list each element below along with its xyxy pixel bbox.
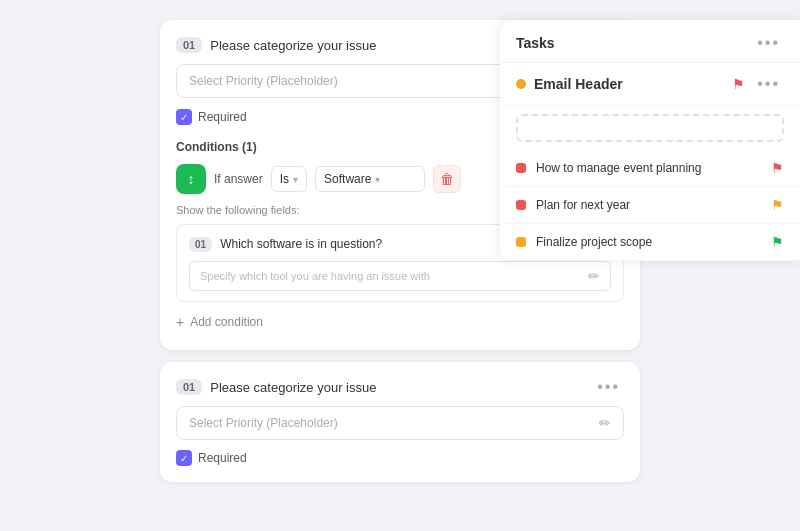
- tasks-header: Tasks •••: [500, 20, 800, 63]
- email-header-title: Email Header: [534, 76, 724, 92]
- required-checkbox[interactable]: [176, 109, 192, 125]
- sub-card-title: Which software is in question?: [220, 237, 382, 251]
- step-badge-1: 01: [176, 37, 202, 53]
- card-2: 01 Please categorize your issue ••• Sele…: [160, 362, 640, 482]
- sub-card-left: 01 Which software is in question?: [189, 237, 382, 252]
- task-dot-3: [516, 237, 526, 247]
- is-select-value: Is: [280, 172, 289, 186]
- sub-edit-icon: ✏: [588, 268, 600, 284]
- task-text-3: Finalize project scope: [536, 235, 761, 249]
- software-value: Software: [324, 172, 371, 186]
- card-2-header: 01 Please categorize your issue •••: [176, 378, 624, 396]
- task-dot-1: [516, 163, 526, 173]
- step-badge-2: 01: [176, 379, 202, 395]
- edit-icon-2: ✏: [599, 415, 611, 431]
- card-2-menu-button[interactable]: •••: [593, 378, 624, 396]
- task-flag-3: ⚑: [771, 234, 784, 250]
- task-flag-1: ⚑: [771, 160, 784, 176]
- delete-condition-button[interactable]: 🗑: [433, 165, 461, 193]
- email-menu-button[interactable]: •••: [753, 75, 784, 93]
- dashed-drop-area: [516, 114, 784, 142]
- if-answer-label: If answer: [214, 172, 263, 186]
- required-checkbox-2[interactable]: [176, 450, 192, 466]
- card-1-header-left: 01 Please categorize your issue: [176, 37, 376, 53]
- required-label: Required: [198, 110, 247, 124]
- add-condition-button[interactable]: + Add condition: [176, 310, 624, 334]
- tasks-menu-button[interactable]: •••: [753, 34, 784, 52]
- condition-icon: ↕: [176, 164, 206, 194]
- task-text-2: Plan for next year: [536, 198, 761, 212]
- card-2-header-left: 01 Please categorize your issue: [176, 379, 376, 395]
- task-dot-2: [516, 200, 526, 210]
- plus-icon: +: [176, 314, 184, 330]
- required-left: Required: [176, 109, 247, 125]
- add-condition-label: Add condition: [190, 315, 263, 329]
- delete-icon: 🗑: [440, 171, 454, 187]
- is-chevron-icon: ▾: [293, 174, 298, 185]
- task-text-1: How to manage event planning: [536, 161, 761, 175]
- card-1-title: Please categorize your issue: [210, 38, 376, 53]
- email-flag-icon: ⚑: [732, 76, 745, 92]
- task-item-3[interactable]: Finalize project scope ⚑: [500, 224, 800, 261]
- task-item-1[interactable]: How to manage event planning ⚑: [500, 150, 800, 187]
- sub-input-field[interactable]: Specify which tool you are having an iss…: [189, 261, 611, 291]
- tasks-title: Tasks: [516, 35, 555, 51]
- task-flag-2: ⚑: [771, 197, 784, 213]
- software-select[interactable]: Software ▾: [315, 166, 425, 192]
- task-item-2[interactable]: Plan for next year ⚑: [500, 187, 800, 224]
- email-header-row: Email Header ⚑ •••: [500, 63, 800, 106]
- priority-placeholder: Select Priority (Placeholder): [189, 74, 338, 88]
- priority-placeholder-2: Select Priority (Placeholder): [189, 416, 338, 430]
- required-row-2: Required: [176, 450, 624, 466]
- is-select[interactable]: Is ▾: [271, 166, 307, 192]
- email-dot-icon: [516, 79, 526, 89]
- sub-input-placeholder: Specify which tool you are having an iss…: [200, 270, 430, 282]
- tasks-panel: Tasks ••• Email Header ⚑ ••• How to mana…: [500, 20, 800, 261]
- sub-step-badge: 01: [189, 237, 212, 252]
- card-2-title: Please categorize your issue: [210, 380, 376, 395]
- priority-select-2[interactable]: Select Priority (Placeholder) ✏: [176, 406, 624, 440]
- software-chevron-icon: ▾: [375, 174, 380, 185]
- required-label-2: Required: [198, 451, 247, 465]
